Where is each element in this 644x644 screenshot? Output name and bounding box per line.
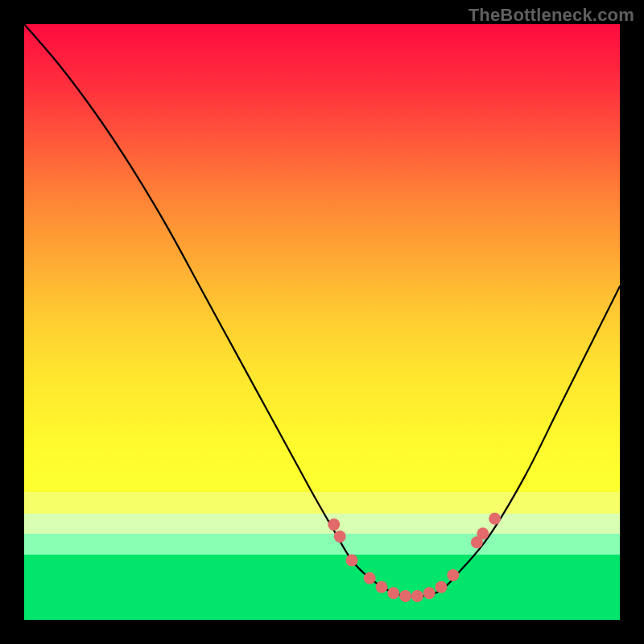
curve-marker	[489, 513, 501, 525]
plot-area	[24, 24, 620, 620]
watermark-text: TheBottleneck.com	[469, 5, 634, 26]
curve-marker	[387, 587, 399, 599]
curve-marker	[447, 569, 459, 581]
curve-marker	[334, 530, 346, 543]
curve-marker	[411, 590, 423, 602]
curve-marker	[477, 527, 489, 539]
curve-layer	[24, 24, 620, 620]
bottleneck-curve	[24, 24, 620, 597]
curve-marker	[399, 590, 411, 602]
curve-marker	[436, 581, 448, 593]
curve-marker	[346, 555, 358, 567]
curve-marker	[364, 572, 376, 584]
curve-marker	[423, 587, 436, 599]
curve-marker	[328, 518, 340, 530]
chart-frame: TheBottleneck.com	[0, 0, 644, 644]
curve-markers	[328, 513, 501, 602]
curve-marker	[376, 581, 388, 593]
